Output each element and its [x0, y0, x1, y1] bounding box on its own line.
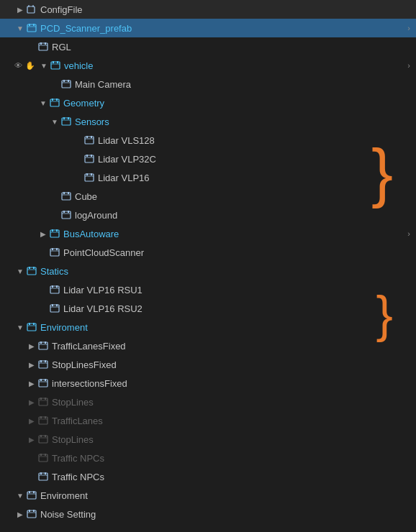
svg-rect-58	[40, 360, 42, 362]
hand-icon[interactable]: ✋	[25, 61, 35, 70]
cube-icon-cube	[60, 191, 72, 202]
cube-icon-lidar-vlp16-rsu2	[49, 303, 60, 314]
svg-rect-28	[86, 173, 88, 175]
svg-rect-53	[33, 323, 35, 325]
eye-icon[interactable]: 👁	[14, 61, 22, 70]
svg-rect-13	[63, 80, 65, 82]
tree-item-bus-autoware[interactable]: BusAutoware ›	[0, 224, 416, 243]
svg-rect-14	[68, 80, 69, 82]
tree-item-traffic-npcs-gray[interactable]: Traffic NPCs	[0, 449, 416, 467]
svg-rect-19	[63, 117, 65, 119]
svg-rect-8	[45, 42, 46, 45]
label-pcd-scanner: PCD_Scanner_prefab	[40, 23, 407, 34]
tree-item-stop-lines-fixed[interactable]: StopLinesFixed	[0, 355, 416, 374]
tree-item-sensors[interactable]: Sensors	[0, 112, 416, 131]
svg-rect-64	[40, 398, 42, 400]
svg-rect-45	[50, 286, 59, 293]
svg-rect-16	[52, 98, 53, 101]
svg-rect-63	[39, 398, 48, 405]
tree-item-noise-setting[interactable]: Noise Setting	[0, 505, 416, 523]
label-geometry: Geometry	[63, 98, 410, 109]
svg-rect-55	[40, 341, 42, 344]
tree-item-configfile[interactable]: ConfigFile	[0, 0, 416, 19]
svg-rect-7	[40, 42, 42, 45]
label-bus-autoware: BusAutoware	[63, 229, 407, 239]
cube-icon-vehicle	[50, 60, 61, 71]
cube-icon-rgl	[37, 41, 49, 52]
svg-rect-52	[29, 323, 30, 325]
svg-rect-49	[52, 304, 53, 306]
cube-icon-configfile	[26, 4, 37, 15]
chevron-pcd-scanner: ›	[407, 24, 410, 32]
label-lidar-vlp16-rsu2: Lidar VLP16 RSU2	[63, 303, 410, 314]
cube-icon-enviroment	[26, 321, 37, 333]
cube-icon-stop-lines-fixed	[37, 359, 49, 370]
tree-item-statics[interactable]: Statics	[0, 262, 416, 280]
svg-rect-46	[52, 285, 53, 288]
tree-item-pcd-scanner[interactable]: PCD_Scanner_prefab ›	[0, 19, 416, 37]
cube-icon-bus-autoware	[49, 228, 60, 239]
cube-icon-traffic-lanes-fixed	[37, 340, 49, 352]
arrow-pcd-scanner	[14, 22, 26, 34]
cube-icon-lidar-vlp32c	[83, 153, 95, 165]
svg-rect-37	[52, 229, 53, 231]
tree-item-rgl[interactable]: RGL	[0, 37, 416, 56]
tree-item-traffic-lanes-gray[interactable]: TrafficLanes	[0, 411, 416, 430]
svg-rect-43	[29, 267, 30, 269]
svg-rect-41	[56, 248, 58, 250]
cube-icon-lidar-vlp16-rsu1	[49, 284, 60, 295]
label-lidar-vlp32c: Lidar VLP32C	[98, 154, 410, 165]
tree-item-lidar-vlp32c[interactable]: Lidar VLP32C	[0, 150, 416, 168]
label-pcs: PointCloudScanner	[63, 247, 410, 258]
tree-item-main-camera[interactable]: Main Camera	[0, 75, 416, 93]
svg-rect-31	[63, 192, 65, 194]
tree-item-vehicle[interactable]: 👁 ✋ vehicle ›	[0, 56, 416, 75]
svg-rect-10	[53, 61, 54, 63]
chevron-bus-autoware: ›	[407, 229, 410, 238]
tree-item-enviroment[interactable]: Enviroment	[0, 318, 416, 336]
tree-item-lidar-vlp16-rsu2[interactable]: Lidar VLP16 RSU2	[0, 299, 416, 318]
label-traffic-lanes-gray: TrafficLanes	[52, 416, 410, 426]
svg-rect-83	[33, 510, 35, 512]
svg-rect-72	[39, 454, 48, 462]
label-enviroment: Enviroment	[40, 322, 410, 333]
svg-rect-66	[39, 417, 48, 424]
svg-rect-27	[85, 174, 94, 181]
tree-item-lidar-vlp16-rsu1[interactable]: Lidar VLP16 RSU1	[0, 280, 416, 299]
svg-rect-51	[27, 324, 36, 331]
tree-item-log-around[interactable]: logAround	[0, 206, 416, 224]
cube-icon-noise-setting	[26, 508, 37, 520]
svg-rect-11	[57, 61, 58, 63]
svg-rect-57	[39, 361, 48, 368]
tree-item-point-cloud-scanner[interactable]: PointCloudScanner	[0, 243, 416, 262]
svg-rect-59	[45, 360, 46, 362]
tree-item-lidar-vlp16[interactable]: Lidar VLP16	[0, 168, 416, 187]
cube-icon-stop-lines-gray2	[37, 434, 49, 445]
svg-rect-23	[91, 136, 92, 138]
tree-item-lidar-vls128[interactable]: Lidar VLS128	[0, 131, 416, 150]
tree-item-traffic-npcs[interactable]: Traffic NPCs	[0, 467, 416, 486]
label-sensors: Sensors	[75, 116, 410, 127]
label-stop-lines-gray2: StopLines	[52, 434, 410, 445]
svg-rect-9	[51, 62, 60, 69]
tree-item-stop-lines-gray2[interactable]: StopLines	[0, 430, 416, 449]
svg-rect-61	[40, 379, 42, 381]
tree-item-traffic-lanes-fixed[interactable]: TrafficLanesFixed	[0, 336, 416, 355]
tree-item-intersections-fixed[interactable]: intersectionsFixed	[0, 374, 416, 393]
tree-item-enviroment2[interactable]: Enviroment	[0, 486, 416, 505]
svg-rect-56	[45, 341, 46, 344]
tree-item-geometry[interactable]: Geometry	[0, 93, 416, 112]
svg-rect-40	[52, 248, 53, 250]
svg-rect-76	[40, 472, 42, 474]
svg-rect-34	[63, 211, 65, 213]
svg-rect-12	[62, 81, 71, 88]
svg-rect-54	[39, 342, 48, 349]
tree-item-stop-lines-gray[interactable]: StopLines	[0, 393, 416, 411]
label-intersections-fixed: intersectionsFixed	[52, 378, 410, 389]
arrow-traffic-lanes-fixed	[26, 340, 37, 352]
arrow-stop-lines-gray2	[26, 434, 37, 445]
cube-icon-statics	[26, 265, 37, 277]
arrow-intersections-fixed	[26, 377, 37, 389]
tree-item-cube[interactable]: Cube	[0, 187, 416, 206]
svg-rect-38	[56, 229, 58, 231]
